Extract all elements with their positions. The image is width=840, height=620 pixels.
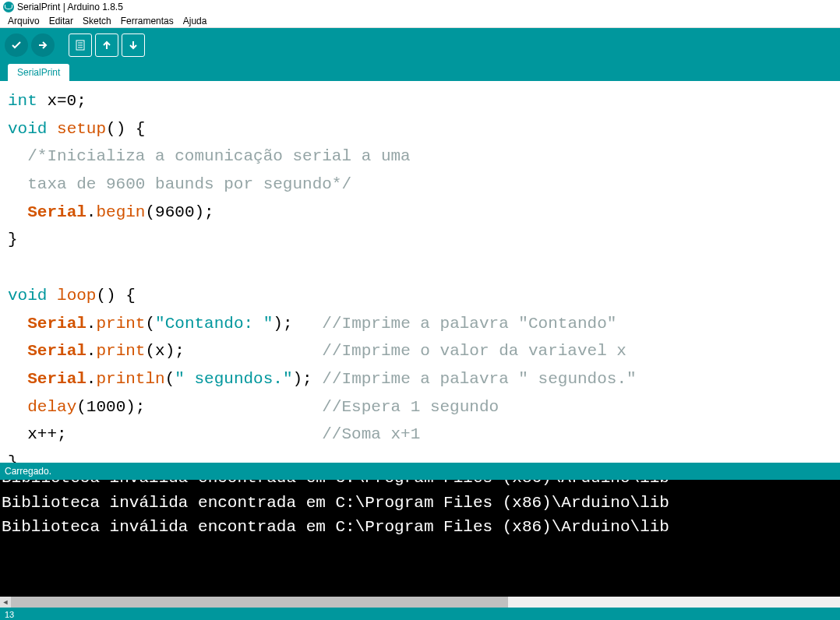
console-line: Biblioteca inválida encontrada em C:\Pro… <box>2 518 669 536</box>
arduino-icon <box>3 2 14 12</box>
save-button[interactable] <box>122 33 145 57</box>
code-editor[interactable]: int x=0; void setup() { /*Inicializa a c… <box>0 81 840 463</box>
console-line: Biblioteca inválida encontrada em C:\Pro… <box>2 494 669 512</box>
upload-button[interactable] <box>31 33 55 57</box>
line-number: 13 <box>5 610 14 619</box>
status-text: Carregado. <box>5 466 51 477</box>
open-button[interactable] <box>95 33 118 57</box>
menu-bar: Arquivo Editar Sketch Ferramentas Ajuda <box>0 14 840 28</box>
tab-serialprint[interactable]: SerialPrint <box>8 64 69 81</box>
arrow-up-icon <box>101 39 113 51</box>
scroll-thumb[interactable] <box>11 597 508 608</box>
title-bar: SerialPrint | Arduino 1.8.5 <box>0 0 840 14</box>
scroll-track[interactable] <box>11 597 840 608</box>
menu-ajuda[interactable]: Ajuda <box>178 16 212 26</box>
menu-arquivo[interactable]: Arquivo <box>3 16 44 26</box>
footer-bar: 13 <box>0 608 840 620</box>
console-output[interactable]: Biblioteca inválida encontrada em C:\Pro… <box>0 480 840 597</box>
scroll-left-button[interactable]: ◄ <box>0 597 11 608</box>
file-icon <box>74 39 86 51</box>
console-line: Biblioteca inválida encontrada em C:\Pro… <box>2 480 669 487</box>
window-title: SerialPrint | Arduino 1.8.5 <box>17 2 123 12</box>
toolbar <box>0 28 840 62</box>
menu-sketch[interactable]: Sketch <box>78 16 116 26</box>
menu-ferramentas[interactable]: Ferramentas <box>116 16 178 26</box>
tab-bar: SerialPrint <box>0 62 840 81</box>
new-button[interactable] <box>69 33 92 57</box>
menu-editar[interactable]: Editar <box>44 16 78 26</box>
arrow-down-icon <box>127 39 139 51</box>
check-icon <box>10 39 23 51</box>
verify-button[interactable] <box>5 33 28 57</box>
status-bar: Carregado. <box>0 463 840 480</box>
arrow-right-icon <box>37 39 49 51</box>
horizontal-scrollbar[interactable]: ◄ <box>0 597 840 608</box>
